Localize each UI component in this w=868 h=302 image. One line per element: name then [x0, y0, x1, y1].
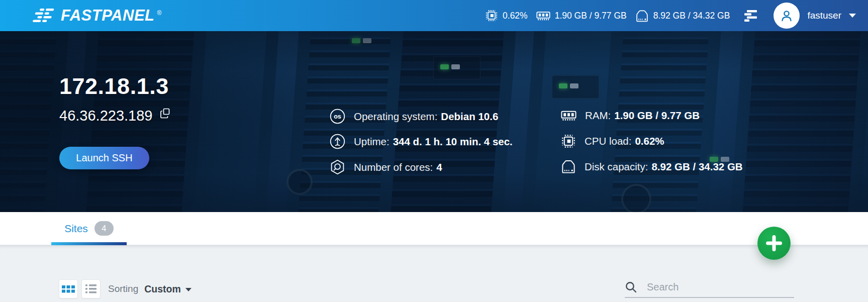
ram-icon [536, 10, 550, 22]
cpu-load-label: CPU load: [585, 135, 631, 147]
copy-ip-icon[interactable] [160, 108, 170, 119]
sorting-value: Custom [144, 283, 181, 295]
cpu-icon [561, 134, 576, 149]
search-box [625, 277, 794, 298]
search-icon [625, 281, 637, 293]
list-view-button[interactable] [81, 279, 101, 298]
content-area: Sorting Custom [0, 245, 868, 302]
server-hero: 172.18.1.3 46.36.223.189 Launch SSH os O… [0, 31, 868, 212]
uptime-value: 344 d. 1 h. 10 min. 4 sec. [393, 136, 513, 147]
uptime-icon [330, 134, 345, 149]
ram-usage-value: 1.90 GB / 9.77 GB [555, 11, 627, 21]
os-icon: os [330, 109, 345, 124]
os-value: Debian 10.6 [441, 111, 498, 122]
topbar-status-area: 0.62% 1.90 GB / 9.77 GB [485, 3, 856, 29]
grid-view-button[interactable] [59, 279, 78, 298]
avatar [774, 3, 800, 29]
chevron-down-icon [849, 14, 856, 18]
os-label: Operating system: [354, 111, 437, 122]
uptime-info-row: Uptime:344 d. 1 h. 10 min. 4 sec. [330, 134, 513, 149]
os-info-row: os Operating system:Debian 10.6 [330, 109, 498, 124]
disk-icon [561, 159, 576, 174]
chevron-down-icon [185, 288, 191, 291]
fastpanel-logo-icon [32, 8, 54, 24]
cores-info-row: Number of cores:4 [330, 159, 442, 175]
tab-sites-label: Sites [64, 223, 88, 235]
view-sorting-toolbar: Sorting Custom [59, 279, 191, 298]
user-menu[interactable]: fastuser [774, 3, 856, 29]
cpu-info-row: CPU load:0.62% [561, 134, 664, 149]
ram-usage-stat: 1.90 GB / 9.77 GB [536, 10, 627, 22]
disk-info-row: Disk capacity:8.92 GB / 34.32 GB [561, 159, 743, 174]
fastpanel-app: FASTPANEL® 0.62% [0, 0, 868, 302]
brand-logo[interactable]: FASTPANEL® [32, 7, 162, 25]
plus-icon [766, 235, 782, 251]
cpu-load-value: 0.62% [503, 11, 528, 21]
cpu-load-value: 0.62% [635, 135, 664, 147]
ram-label: RAM: [585, 110, 611, 121]
cpu-load-stat: 0.62% [485, 9, 528, 22]
add-site-button[interactable] [757, 227, 791, 260]
disk-usage-stat: 8.92 GB / 34.32 GB [635, 10, 730, 22]
disk-usage-value: 8.92 GB / 34.32 GB [653, 11, 730, 21]
sorting-dropdown[interactable]: Custom [144, 283, 191, 295]
sorting-label: Sorting [108, 283, 138, 294]
ram-value: 1.90 GB / 9.77 GB [614, 110, 700, 121]
svg-text:os: os [334, 113, 341, 120]
cpu-icon [485, 9, 498, 22]
ram-icon [561, 109, 576, 122]
tab-bar: Sites 4 [0, 212, 868, 245]
grid-view-icon [62, 285, 75, 293]
disk-capacity-value: 8.92 GB / 34.32 GB [651, 161, 742, 172]
registered-mark: ® [157, 10, 162, 17]
sites-count-badge: 4 [94, 221, 114, 236]
disk-capacity-label: Disk capacity: [585, 161, 648, 172]
top-bar: FASTPANEL® 0.62% [0, 0, 868, 31]
primary-ip: 172.18.1.3 [59, 73, 169, 99]
secondary-ip-row: 46.36.223.189 [59, 108, 170, 124]
ram-info-row: RAM:1.90 GB / 9.77 GB [561, 109, 700, 122]
search-input[interactable] [646, 281, 794, 293]
launch-ssh-button[interactable]: Launch SSH [59, 147, 149, 169]
brand-name: FASTPANEL® [61, 7, 162, 25]
list-view-icon [85, 284, 97, 293]
cores-label: Number of cores: [354, 161, 433, 173]
cores-value: 4 [436, 161, 442, 173]
tab-sites[interactable]: Sites 4 [51, 212, 127, 245]
secondary-ip: 46.36.223.189 [59, 108, 152, 124]
disk-icon [635, 10, 649, 22]
cores-icon [330, 159, 345, 175]
username: fastuser [807, 10, 841, 21]
panel-menu-icon[interactable] [744, 10, 758, 22]
uptime-label: Uptime: [354, 136, 390, 147]
